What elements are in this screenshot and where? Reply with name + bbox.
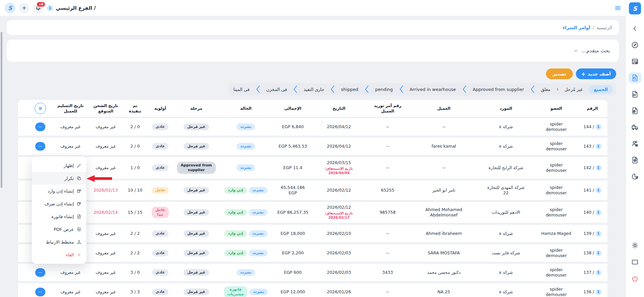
- brand-logo-icon[interactable]: S: [5, 3, 15, 13]
- app-logo-icon[interactable]: S: [629, 2, 641, 14]
- context-menu-item[interactable]: إظهار: [32, 159, 86, 172]
- context-menu-item[interactable]: مخطط الارتباط: [32, 236, 86, 248]
- cell-supplier: شركة x: [477, 230, 535, 238]
- sidebar-item-reports-pie-icon[interactable]: [629, 171, 641, 182]
- cell-supplier: شركة x: [477, 268, 535, 277]
- cell-client-po: --: [364, 249, 411, 257]
- quick-add-button[interactable]: +: [19, 3, 30, 13]
- row-actions-button[interactable]: ...: [35, 142, 45, 151]
- sidebar-item-collapse-chevron-icon[interactable]: [629, 23, 641, 34]
- context-menu-item[interactable]: عرض PDF: [32, 223, 86, 236]
- cell-client-po: --: [364, 123, 411, 131]
- priority-pill: عادى: [152, 164, 168, 171]
- chevron-separator-icon: [530, 85, 535, 94]
- row-actions-button[interactable]: ...: [35, 268, 45, 277]
- chevron-down-icon: [573, 48, 579, 53]
- filter-chip[interactable]: فى المخزن: [265, 86, 288, 93]
- advanced-search-toggle[interactable]: بحث متقدم...: [573, 48, 610, 54]
- cell-supplier: الادهم للتوريدات: [477, 208, 535, 216]
- filter-chip[interactable]: shipped: [340, 86, 359, 93]
- filter-chip[interactable]: جارى التفيذ: [302, 86, 326, 93]
- cell-stage: غير مُرحل: [173, 186, 220, 195]
- breadcrumb-home-link[interactable]: الرئيسية: [597, 25, 612, 30]
- cell-done: 3 / 0: [122, 268, 148, 277]
- context-menu-item-label: إظهار: [64, 163, 74, 168]
- cell-status: نشرتإذن وارد: [220, 186, 272, 195]
- menu-toggle-button[interactable]: [614, 4, 622, 13]
- table-row[interactable]: 140 / 1spiderdemouserالادهم للتوريداتAhm…: [18, 202, 607, 223]
- add-new-button[interactable]: أضف جديد +: [576, 68, 616, 79]
- cell-member: spiderdemouser: [535, 140, 577, 153]
- filter-chip-all[interactable]: الجميع: [589, 85, 613, 94]
- sidebar-item-clients-group-icon[interactable]: [629, 138, 641, 149]
- context-menu-item[interactable]: إنشاء فاتورة: [32, 210, 86, 223]
- cell-ship-date: 2026/02/14: [89, 208, 122, 216]
- cell-done: 2 / 2: [122, 249, 148, 257]
- screen-icon: [631, 258, 639, 266]
- filter-chip[interactable]: فى المينا: [232, 86, 251, 93]
- columns-settings-button[interactable]: [35, 103, 46, 114]
- sidebar-item-dashboard-compass-icon[interactable]: [629, 40, 641, 50]
- filter-chip[interactable]: معلق: [540, 86, 552, 93]
- pencil-icon: [77, 163, 82, 168]
- copy-icon: [77, 176, 82, 181]
- cell-ship-date: غير معروف: [89, 268, 122, 277]
- table-row[interactable]: 144 / 1spiderdemouserشركة x----2026/04/1…: [18, 118, 607, 136]
- sidebar-item-shipping-truck-icon[interactable]: [629, 122, 641, 133]
- column-header-status: الحالة: [220, 106, 272, 111]
- breadcrumb-separator: /: [593, 25, 594, 30]
- branch-label: الفرع الرئيسي /: [56, 5, 96, 11]
- sidebar-item-screen-icon[interactable]: [629, 257, 641, 267]
- cell-ship-date: غير معروف: [89, 164, 122, 172]
- sidebar-item-invoices-doc-icon[interactable]: [629, 89, 641, 100]
- cell-ship-date: غير معروف: [89, 249, 122, 257]
- status-filter-bar: الجميعغير مُرحل١معلقApproved from suppli…: [0, 83, 616, 95]
- filter-count: ١: [556, 87, 558, 92]
- row-actions-button[interactable]: ...: [35, 288, 45, 296]
- row-actions-button[interactable]: ...: [35, 122, 45, 131]
- box-in-icon: [77, 189, 82, 194]
- filter-chip[interactable]: Arrived in wearhouse: [408, 86, 457, 93]
- vertical-scrollbar[interactable]: [1, 32, 2, 188]
- cell-priority: عادى: [148, 163, 173, 172]
- cell-member: spiderdemouser: [535, 184, 577, 197]
- filter-chip[interactable]: pending: [374, 86, 394, 93]
- sidebar-item-returns-doc-icon[interactable]: [629, 105, 641, 116]
- sidebar-item-pos-store-icon[interactable]: [629, 56, 641, 67]
- link-graph-icon: [77, 240, 82, 245]
- filter-chip[interactable]: Approved from supplier: [472, 86, 526, 93]
- plus-icon: +: [581, 71, 586, 77]
- context-menu-item[interactable]: تكرار: [32, 172, 86, 185]
- right-sidebar: S: [626, 0, 644, 297]
- cell-member: spiderdemouser: [535, 120, 577, 134]
- sidebar-item-products-doc-icon[interactable]: [629, 155, 641, 165]
- cell-total: EGP 5,463.53: [272, 142, 314, 150]
- table-row[interactable]: 143 / 1spiderdemouserشركة xfares kamal--…: [18, 138, 607, 155]
- main-content: الرئيسية / أوامر الشراء بحث متقدم... أضف…: [0, 16, 626, 297]
- column-header-stage: مرحلة: [173, 106, 220, 111]
- table-row[interactable]: 136 / 1spiderdemouserشركة xNA 25--2026/0…: [18, 283, 607, 297]
- table-row[interactable]: 141 / 1spiderdemouserشركة المهدى للتجارة…: [18, 181, 607, 200]
- export-button[interactable]: تصدير: [546, 68, 573, 79]
- context-menu-item[interactable]: إنشاء إذن وارد: [32, 185, 86, 197]
- table-row[interactable]: 138 / 1spiderdemouserشركة فاير نستSARA M…: [18, 244, 607, 262]
- cell-supplier: شركة المهدى للتجارة22: [477, 184, 535, 197]
- table-row[interactable]: 139 / 1Hamza Magedشركة xAhmed ibraheem--…: [18, 225, 607, 242]
- cell-stage: غير مُرحل: [173, 287, 220, 297]
- sidebar-item-purchase-orders-icon[interactable]: [629, 72, 641, 83]
- filter-chip-unposted[interactable]: غير مُرحل: [563, 86, 584, 93]
- cell-client-po: --: [364, 164, 411, 172]
- cell-done: 2 / 2: [122, 230, 148, 238]
- branch-selector[interactable]: 1 الفرع الرئيسي /: [47, 5, 96, 11]
- status-pill: إذن وارد: [224, 230, 247, 237]
- sidebar-item-settings-gear-icon[interactable]: [629, 240, 641, 251]
- cell-order-number: 140 / 1: [577, 208, 607, 217]
- advanced-search-label: بحث متقدم...: [582, 48, 610, 54]
- cell-priority: عادى: [148, 287, 173, 297]
- context-menu-item[interactable]: الغاء: [32, 248, 86, 261]
- cell-client-po: 985758: [364, 208, 411, 216]
- context-menu-item[interactable]: إنشاء إذن صرف: [32, 197, 86, 210]
- cell-member: spiderdemouser: [535, 246, 577, 260]
- sidebar-item-logout-power-icon[interactable]: [629, 274, 641, 284]
- table-row[interactable]: 137 / 1spiderdemouserشركة xدكتور محسن مح…: [18, 264, 607, 281]
